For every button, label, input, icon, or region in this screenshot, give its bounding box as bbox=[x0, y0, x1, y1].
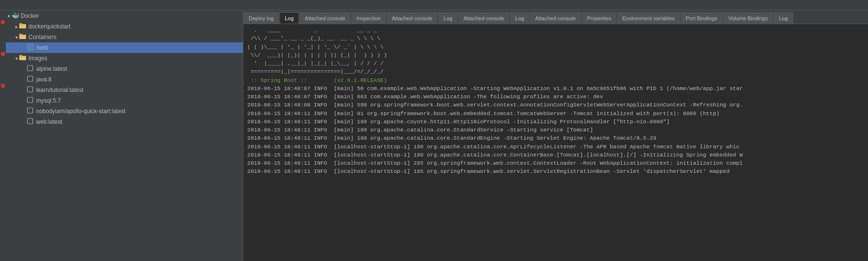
tree-label: Docker bbox=[21, 13, 39, 19]
log-line: 2018-06-15 18:48:11 INFO [main] 91 org.s… bbox=[247, 109, 864, 117]
tab-log-2[interactable]: Log bbox=[438, 12, 457, 24]
tree-label: dockerquickstart bbox=[28, 23, 70, 30]
tab-properties[interactable]: Properties bbox=[582, 12, 616, 24]
log-line: ( ( )\___ | '_ | '_| | '_ \/ _` | \ \ \ … bbox=[247, 43, 864, 51]
tree-arrow: ▾ bbox=[13, 56, 19, 61]
indicator-dot-1 bbox=[1, 20, 5, 24]
svg-rect-1 bbox=[19, 23, 22, 25]
tree-arrow: ▸ bbox=[13, 24, 19, 29]
tree-arrow: ▾ bbox=[6, 13, 12, 19]
tree-icon-image bbox=[27, 76, 35, 83]
svg-rect-9 bbox=[27, 76, 33, 81]
svg-rect-5 bbox=[28, 45, 32, 49]
tree-arrow: ▾ bbox=[13, 35, 19, 40]
tab-bar: Deploy logLogAttached consoleInspectionA… bbox=[243, 11, 868, 24]
sidebar: ▾ 🐳 Docker ▸ dockerquickstart ▾ Containe… bbox=[6, 11, 243, 261]
tree-icon-image bbox=[27, 97, 35, 104]
tab-attached-console-3[interactable]: Attached console bbox=[458, 12, 509, 24]
svg-rect-2 bbox=[19, 35, 26, 39]
tree-label: learn/tutorial:latest bbox=[36, 87, 83, 93]
svg-rect-8 bbox=[27, 65, 33, 71]
main-container: ▾ 🐳 Docker ▸ dockerquickstart ▾ Containe… bbox=[0, 11, 868, 261]
log-line: 2018-06-15 18:48:11 INFO [localhost-star… bbox=[247, 159, 864, 167]
tree-icon-image bbox=[27, 118, 35, 126]
indicator-dot-3 bbox=[1, 84, 5, 88]
log-line: 2018-06-15 18:48:11 INFO [localhost-star… bbox=[247, 143, 864, 151]
tab-log-4[interactable]: Log bbox=[774, 12, 793, 24]
svg-rect-11 bbox=[27, 97, 33, 103]
log-line: :: Spring Boot :: (v2.0.1.RELEASE) bbox=[247, 76, 864, 84]
tree-icon-docker: 🐳 bbox=[12, 12, 19, 20]
log-line: 2018-06-15 18:48:07 INFO [main] 663 com.… bbox=[247, 92, 864, 101]
sidebar-item-nobodyiam[interactable]: nobodyiam/apollo-quick-start:latest bbox=[6, 106, 243, 117]
log-line: 2018-06-15 18:48:08 INFO [main] 590 org.… bbox=[247, 101, 864, 109]
sidebar-item-weblatest[interactable]: web:latest bbox=[6, 117, 243, 127]
svg-rect-13 bbox=[27, 118, 33, 124]
svg-rect-7 bbox=[19, 55, 22, 56]
svg-rect-6 bbox=[19, 56, 26, 60]
log-line: . ____ _ __ _ _ bbox=[247, 26, 864, 34]
left-indicators bbox=[0, 11, 6, 261]
tree-label: alpine:latest bbox=[36, 65, 67, 72]
log-line: 2018-06-15 18:48:11 INFO [main] 180 org.… bbox=[247, 134, 864, 142]
tree-icon-image bbox=[27, 107, 35, 115]
log-line: 2018-06-15 18:48:11 INFO [localhost-star… bbox=[247, 167, 864, 175]
tree-icon-image bbox=[27, 65, 35, 73]
svg-rect-3 bbox=[19, 34, 22, 35]
sidebar-item-images[interactable]: ▾ Images bbox=[6, 53, 243, 64]
log-line: \\/ ___)| |_)| | | | | || (_| | ) ) ) ) bbox=[247, 51, 864, 59]
log-line: 2018-06-15 18:48:11 INFO [localhost-star… bbox=[247, 151, 864, 159]
tree-label: /web bbox=[36, 44, 48, 51]
sidebar-item-alpine[interactable]: alpine:latest bbox=[6, 64, 243, 74]
tab-inspection[interactable]: Inspection bbox=[351, 12, 386, 24]
tree-label: nobodyiam/apollo-quick-start:latest bbox=[36, 108, 125, 115]
svg-rect-0 bbox=[19, 24, 26, 28]
tab-log-3[interactable]: Log bbox=[510, 12, 529, 24]
tab-log[interactable]: Log bbox=[280, 12, 299, 24]
tab-env-vars[interactable]: Environment variables bbox=[617, 12, 680, 24]
tab-volume-bindings[interactable]: Volume Bindings bbox=[723, 12, 773, 24]
tree-icon-folder bbox=[19, 33, 27, 41]
log-line: 2018-06-15 18:48:07 INFO [main] 50 com.e… bbox=[247, 84, 864, 92]
tree-icon-image bbox=[27, 86, 35, 94]
log-line: =========|_|===============|___/=/_/_/_/ bbox=[247, 67, 864, 76]
tab-port-bindings[interactable]: Port Bindings bbox=[681, 12, 722, 24]
title-bar bbox=[0, 0, 868, 11]
tab-attached-console-4[interactable]: Attached console bbox=[530, 12, 581, 24]
svg-rect-12 bbox=[27, 108, 33, 113]
sidebar-item-web[interactable]: /web bbox=[6, 42, 243, 53]
log-line: ' |____| .__|_| |_|_| |_\__, | / / / / bbox=[247, 59, 864, 67]
sidebar-item-learn[interactable]: learn/tutorial:latest bbox=[6, 85, 243, 95]
tab-attached-console-2[interactable]: Attached console bbox=[387, 12, 438, 24]
log-line: 2018-06-15 18:48:11 INFO [main] 180 org.… bbox=[247, 117, 864, 126]
sidebar-item-docker-root[interactable]: ▾ 🐳 Docker bbox=[6, 11, 243, 21]
right-panel: Deploy logLogAttached consoleInspectionA… bbox=[243, 11, 868, 261]
sidebar-item-containers[interactable]: ▾ Containers bbox=[6, 32, 243, 42]
log-line: /\\ / ___'_ __ _ _(_)_ __ __ _ \ \ \ \ bbox=[247, 34, 864, 42]
sidebar-item-java8[interactable]: java:8 bbox=[6, 74, 243, 85]
tree-label: Containers bbox=[28, 34, 56, 40]
tree-label: Images bbox=[28, 55, 47, 62]
tree-label: mysql:5.7 bbox=[36, 97, 61, 104]
tree-icon-folder bbox=[19, 23, 27, 30]
indicator-dot-2 bbox=[1, 52, 5, 56]
tree-icon-images-folder bbox=[19, 54, 27, 62]
tab-deploy-log[interactable]: Deploy log bbox=[243, 12, 279, 24]
tree-label: web:latest bbox=[36, 118, 62, 125]
tab-attached-console-1[interactable]: Attached console bbox=[299, 12, 350, 24]
log-content[interactable]: . ____ _ __ _ _ /\\ / ___'_ __ _ _(_)_ _… bbox=[243, 24, 868, 261]
sidebar-item-mysql[interactable]: mysql:5.7 bbox=[6, 95, 243, 106]
sidebar-wrapper: ▾ 🐳 Docker ▸ dockerquickstart ▾ Containe… bbox=[0, 11, 243, 261]
log-line: 2018-06-15 18:48:11 INFO [main] 180 org.… bbox=[247, 126, 864, 134]
svg-rect-10 bbox=[27, 87, 33, 92]
tree-label: java:8 bbox=[36, 76, 52, 83]
tree-icon-container bbox=[27, 44, 35, 52]
sidebar-item-dockerquickstart[interactable]: ▸ dockerquickstart bbox=[6, 21, 243, 32]
